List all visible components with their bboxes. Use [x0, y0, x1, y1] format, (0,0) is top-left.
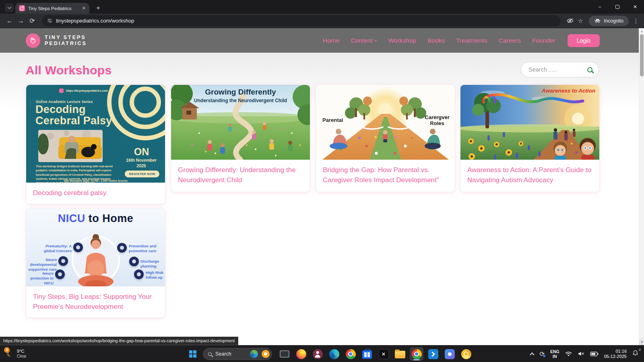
tab-close-icon[interactable]: ✕: [82, 6, 86, 11]
poster-site-url: https://tinystepspediatrics.com: [26, 88, 141, 93]
workshop-poster-bridging-gap[interactable]: Parental Carergver Roles: [316, 85, 455, 160]
workshop-title-link[interactable]: Growing Differently: Understanding the N…: [171, 160, 310, 191]
microsoft-store-icon: [362, 350, 372, 359]
poster-on-label: ON: [124, 146, 159, 158]
workshop-card-cerebral-palsy[interactable]: https://tinystepspediatrics.com Online A…: [26, 84, 165, 204]
workshop-poster-awareness[interactable]: Awareness to Action: [460, 85, 599, 160]
photos-app-icon: [445, 349, 455, 359]
taskbar-app-chrome-canary[interactable]: [459, 347, 473, 361]
search-input[interactable]: [528, 66, 587, 73]
poster-title: Decoding Cerebral Palsy: [35, 104, 112, 127]
neuro-supportive-icon: [58, 256, 68, 266]
taskbar-app-contacts[interactable]: [311, 347, 324, 361]
search-icon[interactable]: [587, 67, 592, 72]
search-highlight-icon: [262, 350, 270, 358]
hidden-icons-chevron[interactable]: [530, 352, 535, 357]
taskbar-app-chrome-active[interactable]: [410, 347, 423, 361]
workshop-search[interactable]: [521, 62, 599, 77]
system-tray: ⟳ ENG IN 01:16 05-12-2025 2: [530, 349, 644, 359]
taskbar-app-firefox[interactable]: [294, 347, 308, 361]
logo-line2: PEDIATRICS: [45, 41, 87, 46]
forward-button[interactable]: →: [15, 15, 27, 27]
notification-count: 2: [639, 348, 641, 352]
site-info-icon[interactable]: [47, 18, 52, 23]
start-button[interactable]: [186, 347, 200, 361]
maximize-button[interactable]: [609, 0, 626, 14]
workshop-title-link[interactable]: Tiny Steps, Big Leaps: Supporting Your P…: [26, 286, 165, 317]
nav-treatments[interactable]: Treatments: [456, 37, 487, 44]
firefox-icon: [296, 349, 306, 359]
bing-icon: [250, 350, 258, 358]
browser-tab[interactable]: Tiny Steps Pediatrics ✕: [15, 3, 89, 14]
taskbar-app-edge[interactable]: [327, 347, 341, 361]
taskbar-app-chrome[interactable]: [344, 347, 357, 361]
site-logo[interactable]: TINY STEPS PEDIATRICS: [26, 33, 87, 48]
reload-button[interactable]: ⟳: [27, 15, 38, 27]
taskbar-app-monitor[interactable]: [278, 347, 291, 361]
scrollbar-thumb[interactable]: [640, 34, 644, 76]
register-now-button[interactable]: REGISTER NOW: [125, 171, 159, 177]
nav-books[interactable]: Books: [427, 37, 445, 44]
minimize-button[interactable]: –: [591, 0, 609, 14]
battery-icon[interactable]: [590, 352, 599, 356]
taskbar-app-x[interactable]: ✕: [377, 347, 390, 361]
workshop-title-link[interactable]: Bridging the Gap: How Parental vs. Careg…: [316, 160, 455, 191]
workshop-card-awareness[interactable]: Awareness to Action Awareness to Action:…: [460, 84, 600, 192]
browser-menu-icon[interactable]: ⋮: [632, 17, 640, 25]
workshop-card-nicu[interactable]: NICU to Home: [26, 208, 165, 318]
language-indicator[interactable]: ENG IN: [550, 349, 559, 359]
workshop-card-bridging-gap[interactable]: Parental Carergver Roles Bridging the Ga…: [316, 84, 455, 192]
site-header: TINY STEPS PEDIATRICS Home Content Works…: [0, 28, 644, 53]
back-button[interactable]: ←: [4, 15, 15, 27]
poster-arcs-decoration: [107, 85, 165, 140]
window-controls: – ✕: [591, 0, 644, 14]
taskbar-search[interactable]: Search: [203, 348, 272, 360]
nav-content[interactable]: Content: [351, 37, 377, 44]
wifi-icon[interactable]: [565, 351, 572, 356]
weather-temp: 9°C: [17, 349, 27, 354]
address-bar[interactable]: tinystepspediatrics.com/workshop: [42, 15, 561, 27]
person-app-icon: [313, 349, 323, 359]
chrome-canary-icon: [461, 349, 471, 359]
poster-title: NICU to Home: [26, 212, 165, 225]
maximize-icon: [615, 5, 619, 9]
taskbar-apps: ✕: [278, 347, 473, 361]
workshop-poster-cerebral-palsy[interactable]: https://tinystepspediatrics.com Online A…: [26, 85, 165, 183]
clock[interactable]: 01:16 05-12-2025: [604, 349, 627, 359]
incognito-badge: Incognito: [589, 16, 629, 26]
new-tab-button[interactable]: +: [93, 3, 103, 13]
weather-widget[interactable]: ☾ 3 9°C Clear: [0, 346, 33, 362]
tab-search-button[interactable]: [5, 3, 14, 12]
workshop-poster-growing-differently[interactable]: Growing Differently Understanding the Ne…: [171, 85, 310, 160]
page-scrollbar[interactable]: ▲ ▼: [639, 28, 644, 345]
volume-muted-icon[interactable]: [578, 351, 584, 356]
neuro-protection-icon: [55, 269, 65, 279]
scrollbar-up-arrow[interactable]: ▲: [639, 28, 644, 34]
login-button[interactable]: Login: [568, 34, 600, 47]
x-app-icon: ✕: [379, 349, 389, 359]
monitor-app-icon: [280, 350, 289, 358]
workshop-title-link[interactable]: Decoding cerebral palsy: [26, 183, 165, 204]
nav-home[interactable]: Home: [323, 37, 339, 44]
poster-label-caregiver: Carergver Roles: [423, 115, 452, 127]
bookmark-star-icon[interactable]: ☆: [575, 16, 586, 26]
taskbar-app-file-explorer[interactable]: [393, 347, 407, 361]
workshop-title-link[interactable]: Awareness to Action: A Parent’s Guide to…: [460, 160, 599, 191]
nav-founder[interactable]: Founder: [532, 37, 555, 44]
link-status-tooltip: https://tinystepspediatrics.com/workshop…: [0, 337, 238, 345]
notification-bell[interactable]: 2: [632, 350, 638, 358]
poster-mother-illustration: [71, 232, 120, 286]
taskbar-app-store[interactable]: [360, 347, 374, 361]
logo-line1: TINY STEPS: [45, 35, 86, 40]
scrollbar-down-arrow[interactable]: ▼: [639, 339, 644, 345]
site-favicon: [19, 5, 25, 11]
workshop-card-growing-differently[interactable]: Growing Differently Understanding the Ne…: [171, 84, 310, 192]
eye-off-icon[interactable]: [565, 16, 575, 26]
taskbar-app-photos[interactable]: [443, 347, 456, 361]
workshop-poster-nicu[interactable]: NICU to Home: [26, 208, 165, 286]
taskbar-app-vscode[interactable]: [426, 347, 440, 361]
nav-careers[interactable]: Careers: [499, 37, 521, 44]
sync-update-icon[interactable]: ⟳: [539, 350, 545, 358]
close-button[interactable]: ✕: [626, 0, 644, 14]
nav-workshop[interactable]: Workshop: [388, 37, 416, 44]
